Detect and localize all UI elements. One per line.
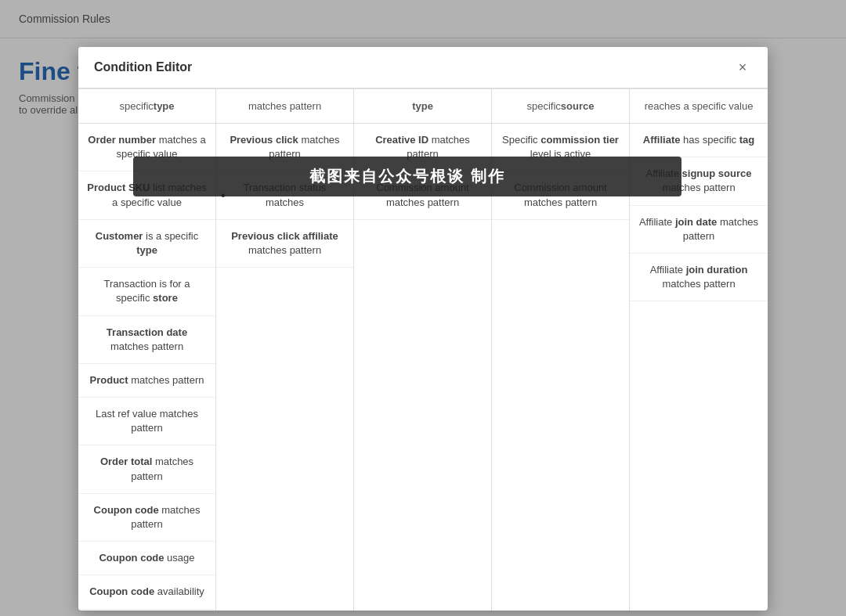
modal-overlay: Condition Editor × specific type Order n…	[0, 0, 846, 616]
modal-close-button[interactable]: ×	[733, 58, 752, 77]
col-4-header: specific source	[492, 89, 629, 124]
watermark-banner: 截图来自公众号根谈 制作	[133, 157, 682, 196]
condition-last-ref[interactable]: Last ref value matches pattern	[78, 398, 215, 445]
col-5-header: reaches a specific value	[630, 89, 768, 124]
modal-header: Condition Editor ×	[78, 47, 768, 88]
condition-product-pattern[interactable]: Product matches pattern	[78, 364, 215, 398]
col-3-header: type	[354, 89, 491, 124]
condition-coupon-code-pattern[interactable]: Coupon code matches pattern	[78, 494, 215, 542]
condition-customer-type[interactable]: Customer is a specific type	[78, 220, 215, 268]
condition-affiliate-join-date[interactable]: Affiliate join date matches pattern	[630, 206, 768, 254]
condition-coupon-usage[interactable]: Coupon code usage	[78, 542, 215, 575]
condition-editor-modal: Condition Editor × specific type Order n…	[78, 47, 768, 611]
condition-affiliate-tag[interactable]: Affiliate has specific tag	[630, 124, 768, 157]
condition-merchant-type[interactable]: Merchant Defined Type	[78, 610, 215, 611]
condition-order-total[interactable]: Order total matches pattern	[78, 445, 215, 493]
condition-coupon-availability[interactable]: Coupon code availability	[78, 575, 215, 609]
condition-specific-store[interactable]: Transaction is for a specific store	[78, 268, 215, 315]
modal-title: Condition Editor	[94, 60, 192, 74]
col-2-header: matches pattern	[216, 89, 353, 124]
condition-previous-click-affiliate[interactable]: Previous click affiliate matches pattern	[216, 220, 353, 268]
condition-affiliate-join-duration[interactable]: Affiliate join duration matches pattern	[630, 254, 768, 301]
condition-transaction-date[interactable]: Transaction date matches pattern	[78, 316, 215, 364]
col-1-header: specific type	[78, 89, 215, 124]
page-background: Commission Rules Fine tu Commission Rule…	[0, 0, 846, 616]
